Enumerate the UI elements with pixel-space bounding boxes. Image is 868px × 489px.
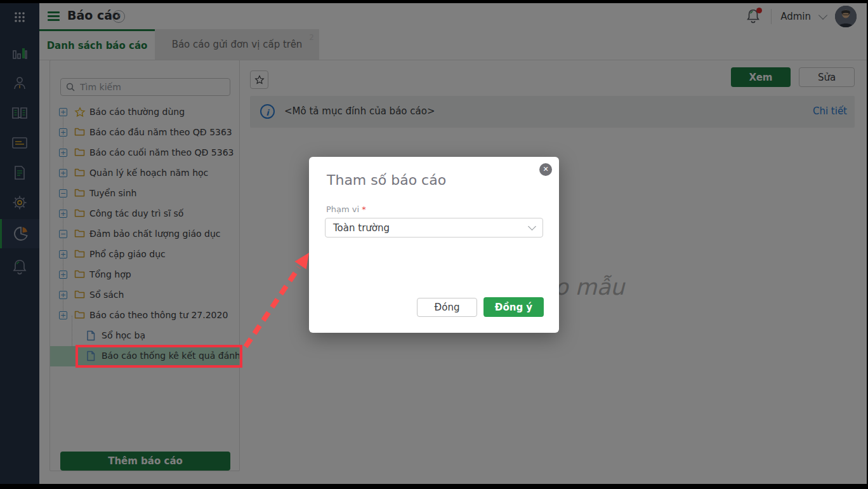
close-icon[interactable]: ✕ <box>539 163 552 176</box>
dialog-close-button[interactable]: Đóng <box>417 298 477 317</box>
dialog-confirm-button[interactable]: Đồng ý <box>483 297 544 317</box>
scope-select-value: Toàn trường <box>333 222 390 234</box>
chevron-down-icon <box>528 222 536 231</box>
scope-select[interactable]: Toàn trường <box>325 218 543 238</box>
field-label-text: Phạm vi <box>326 204 359 214</box>
report-params-dialog: ✕ Tham số báo cáo Phạm vi * Toàn trường … <box>309 157 559 333</box>
dialog-title: Tham số báo cáo <box>327 172 446 188</box>
required-asterisk: * <box>362 204 366 214</box>
scope-field-label: Phạm vi * <box>326 204 366 214</box>
app-window: Báo cáo ? Admin <box>0 0 868 489</box>
